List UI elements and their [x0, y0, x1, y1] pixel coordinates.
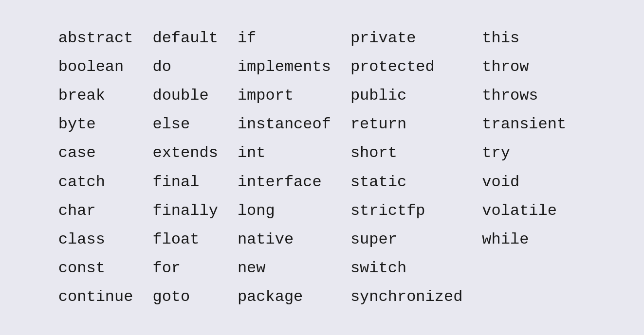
- keyword-item: public: [350, 81, 462, 110]
- keyword-column-col4: privateprotectedpublicreturnshortstatics…: [350, 24, 482, 312]
- keyword-item: default: [152, 24, 218, 53]
- keyword-item: static: [350, 168, 462, 196]
- keyword-item: super: [350, 225, 462, 254]
- keyword-item: float: [152, 225, 218, 254]
- keyword-item: new: [238, 254, 331, 282]
- keyword-item: package: [238, 282, 331, 311]
- keyword-item: class: [58, 225, 133, 254]
- keyword-item: implements: [238, 53, 331, 81]
- keyword-item: long: [238, 196, 331, 225]
- keyword-item: volatile: [482, 196, 566, 225]
- keyword-item: while: [482, 225, 566, 254]
- keyword-item: catch: [58, 168, 133, 196]
- keyword-item: strictfp: [350, 196, 462, 225]
- keyword-item: instanceof: [238, 110, 331, 139]
- keyword-item: if: [238, 24, 331, 53]
- keyword-item: interface: [238, 168, 331, 196]
- keyword-item: finally: [152, 196, 218, 225]
- keyword-item: continue: [58, 282, 133, 311]
- keyword-item: const: [58, 254, 133, 282]
- keyword-item: break: [58, 81, 133, 110]
- keyword-column-col3: ifimplementsimportinstanceofintinterface…: [238, 24, 350, 312]
- keyword-item: throw: [482, 53, 566, 81]
- keyword-item: protected: [350, 53, 462, 81]
- keyword-item: case: [58, 139, 133, 167]
- keyword-item: private: [350, 24, 462, 53]
- keyword-item: char: [58, 196, 133, 225]
- keyword-item: int: [238, 139, 331, 167]
- keyword-item: extends: [152, 139, 218, 167]
- keyword-table: abstractbooleanbreakbytecasecatchcharcla…: [39, 9, 605, 326]
- keyword-item: byte: [58, 110, 133, 139]
- keyword-item: synchronized: [350, 282, 462, 311]
- keyword-item: goto: [152, 282, 218, 311]
- keyword-item: transient: [482, 110, 566, 139]
- keyword-item: for: [152, 254, 218, 282]
- keyword-item: throws: [482, 81, 566, 110]
- keyword-item: abstract: [58, 24, 133, 53]
- keyword-item: this: [482, 24, 566, 53]
- keyword-item: do: [152, 53, 218, 81]
- keyword-item: switch: [350, 254, 462, 282]
- keyword-item: final: [152, 168, 218, 196]
- keyword-item: native: [238, 225, 331, 254]
- keyword-item: try: [482, 139, 566, 167]
- keyword-item: double: [152, 81, 218, 110]
- keyword-column-col1: abstractbooleanbreakbytecasecatchcharcla…: [58, 24, 153, 312]
- keyword-item: return: [350, 110, 462, 139]
- keyword-item: else: [152, 110, 218, 139]
- keyword-item: import: [238, 81, 331, 110]
- keyword-column-col5: thisthrowthrowstransienttryvoidvolatilew…: [482, 24, 586, 312]
- keyword-column-col2: defaultdodoubleelseextendsfinalfinallyfl…: [152, 24, 237, 312]
- keyword-item: boolean: [58, 53, 133, 81]
- keyword-item: void: [482, 168, 566, 196]
- keyword-item: short: [350, 139, 462, 167]
